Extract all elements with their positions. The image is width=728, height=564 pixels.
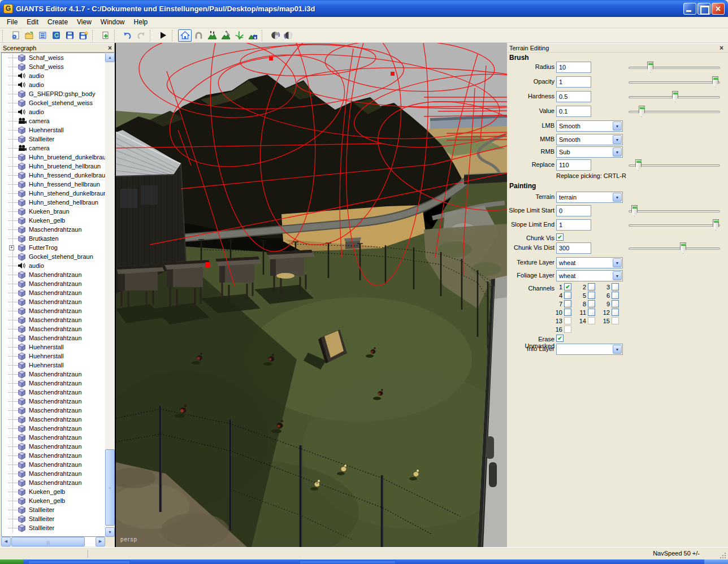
tree-item-Huhn_stehend_dunkelbraun[interactable]: Huhn_stehend_dunkelbraun	[2, 189, 105, 198]
render-settings-button[interactable]	[268, 29, 281, 42]
tree-item-Stallleiter[interactable]: Stallleiter	[2, 523, 105, 532]
resize-grip[interactable]	[720, 552, 726, 559]
tree-item-Huehnerstall[interactable]: Huehnerstall	[2, 361, 105, 370]
windows-taskbar[interactable]	[0, 559, 728, 564]
menu-create[interactable]: Create	[43, 17, 72, 28]
replace-slider[interactable]	[629, 159, 720, 171]
tree-item-Maschendrahtzaun[interactable]: Maschendrahtzaun	[2, 324, 105, 333]
tree-item-audio[interactable]: audio	[2, 80, 105, 89]
tree-item-Maschendrahtzaun[interactable]: Maschendrahtzaun	[2, 406, 105, 415]
scroll-left-button[interactable]: ◀	[1, 537, 11, 546]
title-bar[interactable]: G GIANTS Editor 4.1.7 - C:/Dokumente und…	[0, 0, 728, 17]
channel-11-checkbox[interactable]	[588, 309, 595, 316]
tunnel-button[interactable]	[192, 29, 205, 42]
channel-9-checkbox[interactable]	[612, 300, 619, 307]
menu-help[interactable]: Help	[129, 17, 153, 28]
tree-item-Kueken_gelb[interactable]: Kueken_gelb	[2, 216, 105, 225]
menu-view[interactable]: View	[72, 17, 96, 28]
texture-layer-select[interactable]: wheat▼	[556, 257, 623, 268]
tree-item-Huhn_fressend_dunkelbraun[interactable]: Huhn_fressend_dunkelbraun	[2, 171, 105, 180]
channel-14-checkbox[interactable]	[588, 317, 595, 324]
channel-10-checkbox[interactable]	[564, 309, 571, 316]
start-button[interactable]	[0, 559, 24, 564]
channel-13-checkbox[interactable]	[564, 317, 571, 324]
maximize-button[interactable]	[697, 3, 710, 15]
scrollbar-thumb[interactable]: ≡	[105, 449, 115, 526]
channel-16-checkbox[interactable]	[564, 326, 571, 333]
chunk-vis-dist-input[interactable]	[556, 242, 591, 254]
add-object-button[interactable]	[98, 29, 112, 42]
tree-item-Huhn_bruetend_hellbraun[interactable]: Huhn_bruetend_hellbraun	[2, 162, 105, 171]
radius-input[interactable]	[556, 62, 591, 73]
menu-file[interactable]: File	[2, 17, 22, 28]
lmb-select[interactable]: Smooth▼	[556, 120, 623, 132]
terrain-raise-button[interactable]	[205, 29, 219, 42]
tree-item-Maschendrahtzaun[interactable]: Maschendrahtzaun	[2, 379, 105, 388]
chunk-vis-checkbox[interactable]: ✔	[556, 233, 564, 241]
tree-item-FutterTrog[interactable]: +FutterTrog	[2, 243, 105, 252]
tree-item-Huhn_bruetend_dunkelbraun[interactable]: Huhn_bruetend_dunkelbraun	[2, 153, 105, 162]
play-button[interactable]	[156, 29, 170, 42]
terrain-sculpt-button[interactable]	[219, 29, 232, 42]
scrollbar-thumb[interactable]: |||	[11, 537, 85, 546]
tree-item-Kueken_gelb[interactable]: Kueken_gelb	[2, 496, 105, 505]
horizontal-scrollbar[interactable]: ◀ ||| ▶	[1, 537, 105, 546]
tree-item-audio[interactable]: audio	[2, 71, 105, 80]
tree-item-Maschendrahtzaun[interactable]: Maschendrahtzaun	[2, 469, 105, 478]
camera-home-button[interactable]	[178, 29, 192, 42]
save-as-button[interactable]	[76, 29, 90, 42]
slope-limit-start-slider[interactable]	[629, 205, 720, 217]
tree-item-Maschendrahtzaun[interactable]: Maschendrahtzaun	[2, 415, 105, 424]
scenegraph-tree[interactable]: Schaf_weissSchaf_weissaudioaudioG_SHEPRD…	[1, 53, 105, 537]
tree-item-audio[interactable]: audio	[2, 261, 105, 270]
tree-item-Maschendrahtzaun[interactable]: Maschendrahtzaun	[2, 478, 105, 487]
slope-limit-start-input[interactable]	[556, 205, 591, 216]
opacity-slider[interactable]	[629, 76, 720, 88]
tree-item-Maschendrahtzaun[interactable]: Maschendrahtzaun	[2, 333, 105, 342]
channel-3-checkbox[interactable]	[612, 283, 619, 290]
tree-item-Maschendrahtzaun[interactable]: Maschendrahtzaun	[2, 306, 105, 315]
tree-item-Maschendrahtzaun[interactable]: Maschendrahtzaun	[2, 225, 105, 234]
tree-item-Maschendrahtzaun[interactable]: Maschendrahtzaun	[2, 451, 105, 460]
tree-item-Schaf_weiss[interactable]: Schaf_weiss	[2, 62, 105, 71]
tree-item-Maschendrahtzaun[interactable]: Maschendrahtzaun	[2, 370, 105, 379]
menu-window[interactable]: Window	[96, 17, 129, 28]
tree-item-Gockel_stehend_braun[interactable]: Gockel_stehend_braun	[2, 252, 105, 261]
tree-item-Huhn_stehend_hellbraun[interactable]: Huhn_stehend_hellbraun	[2, 198, 105, 207]
channel-6-checkbox[interactable]	[612, 292, 619, 299]
radius-slider[interactable]	[629, 62, 720, 73]
selection-marker[interactable]	[205, 262, 210, 267]
slope-limit-end-input[interactable]	[556, 219, 591, 231]
replace-input[interactable]	[556, 159, 591, 171]
new-file-button[interactable]	[8, 29, 22, 42]
tree-item-Huhn_fressend_hellbraun[interactable]: Huhn_fressend_hellbraun	[2, 180, 105, 189]
render-loop-button[interactable]	[281, 29, 295, 42]
taskbar-button[interactable]	[28, 560, 130, 564]
tree-item-Maschendrahtzaun[interactable]: Maschendrahtzaun	[2, 397, 105, 406]
foliage-layer-select[interactable]: wheat▼	[556, 270, 623, 281]
tree-item-Stallleiter[interactable]: Stallleiter	[2, 135, 105, 144]
channel-2-checkbox[interactable]	[588, 283, 595, 290]
vertical-scrollbar[interactable]: ▲ ≡ ▼	[105, 53, 115, 537]
open-file-button[interactable]	[22, 29, 36, 42]
channel-4-checkbox[interactable]	[564, 292, 571, 299]
channel-15-checkbox[interactable]	[612, 317, 619, 324]
hardness-input[interactable]	[556, 91, 591, 102]
tree-item-Kueken_braun[interactable]: Kueken_braun	[2, 207, 105, 216]
opacity-input[interactable]	[556, 76, 591, 88]
tree-item-Gockel_stehend_weiss[interactable]: Gockel_stehend_weiss	[2, 98, 105, 107]
terrain-save-button[interactable]	[246, 29, 259, 42]
reload-button[interactable]	[49, 29, 63, 42]
close-panel-icon[interactable]: ×	[108, 44, 112, 52]
tree-item-audio[interactable]: audio	[2, 107, 105, 116]
redo-button[interactable]	[134, 29, 148, 42]
tree-item-Maschendrahtzaun[interactable]: Maschendrahtzaun	[2, 270, 105, 279]
tree-item-Huehnerstall[interactable]: Huehnerstall	[2, 125, 105, 135]
channel-1-checkbox[interactable]: ✔	[564, 283, 571, 290]
value-input[interactable]	[556, 106, 591, 117]
mmb-select[interactable]: Smooth▼	[556, 134, 623, 145]
menu-edit[interactable]: Edit	[22, 17, 43, 28]
tree-item-Kueken_gelb[interactable]: Kueken_gelb	[2, 487, 105, 496]
channel-12-checkbox[interactable]	[612, 309, 619, 316]
tree-item-Maschendrahtzaun[interactable]: Maschendrahtzaun	[2, 460, 105, 469]
